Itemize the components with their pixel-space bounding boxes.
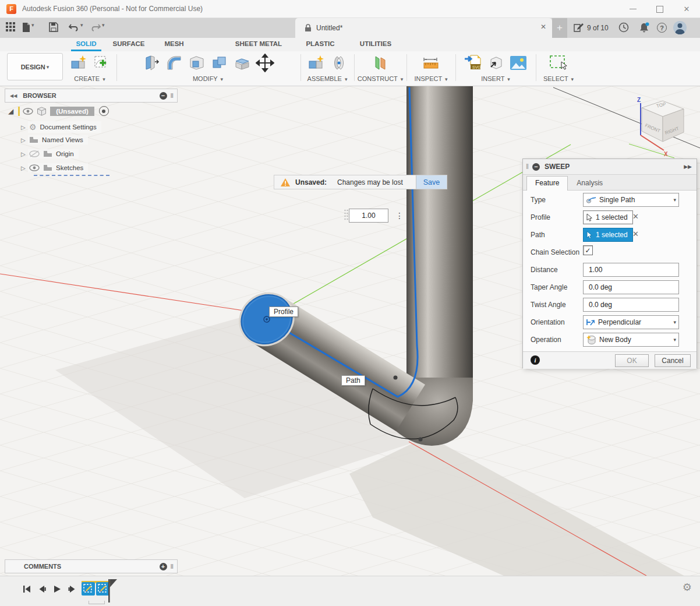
timeline-settings-gear-icon[interactable]: ⚙ (683, 581, 692, 594)
combine-icon[interactable] (210, 53, 229, 73)
measure-icon[interactable] (421, 53, 441, 73)
collapse-browser-icon[interactable]: ◀◀ (10, 93, 17, 98)
step-forward-icon[interactable] (68, 584, 77, 594)
create-sketch-icon[interactable] (91, 53, 111, 73)
tab-plastic[interactable]: PLASTIC (303, 40, 338, 47)
minimize-button[interactable] (620, 0, 646, 18)
twist-angle-input[interactable]: 0.0 deg (583, 298, 679, 312)
undo-button[interactable]: ▾ (69, 22, 83, 31)
tab-feature[interactable]: Feature (526, 176, 568, 191)
dialog-minus-icon[interactable]: − (532, 163, 540, 171)
type-dropdown[interactable]: Single Path ▾ (583, 193, 679, 207)
manipulator-drag-handle[interactable] (344, 209, 349, 223)
sweep-dialog-header[interactable]: ‖ − SWEEP ▶▶ (523, 159, 697, 175)
browser-item-sketches[interactable]: ▷ Sketches (21, 163, 88, 172)
insert-canvas-icon[interactable] (508, 53, 528, 73)
construction-plane-icon[interactable] (370, 53, 390, 73)
timeline-sketch-feature-1[interactable] (82, 582, 95, 596)
profile-select-button[interactable]: 1 selected (583, 210, 633, 224)
notifications-bell-icon[interactable] (638, 22, 650, 36)
shell-icon[interactable] (187, 53, 207, 73)
redo-button[interactable]: ▾ (90, 22, 105, 31)
timeline-sketch-feature-2[interactable] (96, 582, 109, 596)
comments-drag-handle[interactable]: ‖ (171, 563, 174, 570)
tree-item-label[interactable]: Origin (56, 150, 74, 157)
visibility-eye-icon[interactable] (29, 164, 40, 171)
distance-input[interactable]: 1.00 (583, 263, 679, 277)
comments-panel-header[interactable]: COMMENTS + ‖ (5, 559, 178, 573)
orientation-dropdown[interactable]: Perpendicular ▾ (583, 315, 679, 329)
group-label-insert[interactable]: INSERT (481, 75, 504, 82)
group-label-select[interactable]: SELECT (543, 75, 568, 82)
insert-svg-icon[interactable]: SVG (463, 53, 483, 73)
workspace-switcher[interactable]: DESIGN ▾ (7, 53, 63, 80)
manipulator-kebab-icon[interactable]: ⋮ (395, 211, 404, 220)
path-select-button[interactable]: 1 selected (583, 228, 633, 242)
vertex-dot[interactable] (394, 376, 398, 380)
close-button[interactable]: ✕ (673, 0, 700, 18)
select-icon[interactable] (549, 53, 568, 73)
cancel-button[interactable]: Cancel (655, 354, 691, 367)
go-to-start-icon[interactable] (22, 584, 31, 594)
toast-save-button[interactable]: Save (416, 175, 447, 189)
new-tab-button[interactable]: + (552, 18, 567, 38)
help-button[interactable]: ? (657, 23, 667, 33)
dialog-expand-icon[interactable]: ▶▶ (684, 164, 692, 170)
browser-drag-handle[interactable]: ‖ (171, 92, 174, 99)
profile-clear-icon[interactable]: ✕ (632, 212, 639, 221)
group-label-modify[interactable]: MODIFY (193, 75, 218, 82)
tab-mesh[interactable]: MESH (161, 40, 188, 47)
save-count-indicator[interactable]: 9 of 10 (587, 24, 609, 32)
group-label-inspect[interactable]: INSPECT (414, 75, 441, 82)
press-pull-icon[interactable] (142, 53, 161, 73)
browser-root-row[interactable]: ◢ (Unsaved) (8, 106, 109, 116)
tab-solid[interactable]: SOLID (71, 40, 101, 47)
app-grid-icon[interactable] (6, 22, 16, 34)
taper-angle-input[interactable]: 0.0 deg (583, 280, 679, 294)
file-menu-button[interactable]: ▾ (22, 22, 34, 33)
caret-icon[interactable]: ▷ (21, 137, 28, 143)
browser-minus-icon[interactable]: − (160, 92, 167, 100)
tree-item-label[interactable]: Sketches (56, 164, 83, 171)
avatar[interactable] (673, 21, 687, 34)
tab-surface[interactable]: SURFACE (111, 40, 147, 47)
move-icon[interactable] (255, 53, 275, 73)
browser-item-named-views[interactable]: ▷ Named Views (21, 135, 88, 145)
create-form-icon[interactable] (69, 53, 89, 73)
view-cube[interactable]: TOP FRONT RIGHT Z X (629, 95, 698, 160)
timeline-playhead[interactable] (108, 579, 118, 604)
visibility-eye-icon[interactable] (23, 108, 33, 115)
group-label-construct[interactable]: CONSTRUCT (358, 75, 398, 82)
document-tab-close-icon[interactable]: ✕ (540, 23, 546, 31)
group-label-assemble[interactable]: ASSEMBLE (307, 75, 342, 82)
tab-sheet-metal[interactable]: SHEET METAL (232, 40, 285, 47)
dialog-drag-handle[interactable]: ‖ (526, 163, 529, 171)
save-button[interactable] (49, 22, 58, 34)
history-clock-icon[interactable] (618, 22, 629, 35)
tab-utilities[interactable]: UTILITIES (358, 40, 394, 47)
browser-item-document-settings[interactable]: ▷ ⚙ Document Settings (21, 121, 101, 133)
chain-selection-checkbox[interactable]: ✓ (583, 245, 593, 255)
step-back-icon[interactable] (37, 584, 47, 594)
browser-item-origin[interactable]: ▷ Origin (21, 149, 79, 158)
new-component-icon[interactable] (306, 53, 326, 73)
ok-button[interactable]: OK (615, 354, 649, 367)
play-icon[interactable] (52, 584, 62, 594)
info-icon[interactable]: i (531, 355, 540, 365)
tab-analysis[interactable]: Analysis (568, 176, 611, 190)
insert-derive-icon[interactable] (486, 53, 505, 73)
activate-radio-icon[interactable] (99, 106, 109, 116)
tree-item-label[interactable]: Named Views (42, 136, 83, 143)
tree-item-label[interactable]: Document Settings (40, 124, 97, 131)
visibility-off-eye-icon[interactable] (29, 150, 40, 157)
job-status-icon[interactable] (573, 22, 585, 35)
expanded-caret-icon[interactable]: ◢ (8, 107, 13, 115)
caret-icon[interactable]: ▷ (21, 165, 28, 171)
document-tab[interactable]: Untitled* ✕ (295, 18, 552, 38)
path-clear-icon[interactable]: ✕ (632, 230, 639, 238)
operation-dropdown[interactable]: New Body ▾ (583, 333, 679, 347)
browser-panel-header[interactable]: ◀◀ BROWSER − ‖ (5, 89, 178, 103)
comments-plus-icon[interactable]: + (160, 563, 167, 570)
maximize-button[interactable] (646, 0, 673, 18)
joint-icon[interactable] (329, 53, 349, 73)
